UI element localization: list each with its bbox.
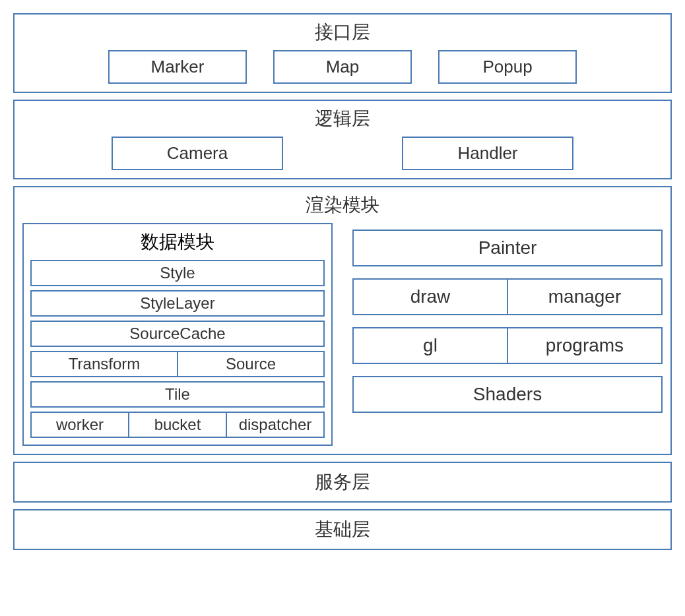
render-box-manager: manager	[507, 278, 663, 315]
data-box-stylelayer: StyleLayer	[30, 290, 325, 317]
logic-box-camera: Camera	[112, 137, 283, 170]
data-box-worker: worker	[30, 412, 129, 438]
data-box-bucket: bucket	[128, 412, 227, 438]
data-box-dispatcher: dispatcher	[226, 412, 325, 438]
render-box-draw: draw	[352, 278, 508, 315]
render-module-title: 渲染模块	[22, 193, 663, 218]
interface-box-popup: Popup	[438, 50, 577, 84]
logic-layer-title: 逻辑层	[22, 106, 663, 131]
logic-layer: 逻辑层 Camera Handler	[13, 100, 672, 179]
data-box-sourcecache: SourceCache	[30, 321, 325, 347]
data-box-source: Source	[177, 351, 325, 377]
data-box-transform: Transform	[30, 351, 178, 377]
render-box-programs: programs	[507, 327, 663, 364]
interface-layer: 接口层 Marker Map Popup	[13, 13, 672, 93]
service-layer: 服务层	[13, 462, 672, 503]
interface-layer-title: 接口层	[22, 20, 663, 45]
interface-box-marker: Marker	[108, 50, 247, 84]
render-module: 渲染模块 数据模块 Style StyleLayer SourceCache T…	[13, 186, 672, 455]
render-box-shaders: Shaders	[352, 376, 663, 413]
logic-box-handler: Handler	[402, 137, 573, 170]
data-module-title: 数据模块	[30, 230, 325, 255]
render-box-gl: gl	[352, 327, 508, 364]
render-box-painter: Painter	[352, 230, 663, 266]
data-module: 数据模块 Style StyleLayer SourceCache Transf…	[22, 223, 333, 446]
data-box-tile: Tile	[30, 381, 325, 408]
render-right-column: Painter draw manager gl programs Shaders	[352, 223, 663, 446]
interface-box-map: Map	[273, 50, 412, 84]
base-layer: 基础层	[13, 509, 672, 550]
data-box-style: Style	[30, 260, 325, 286]
